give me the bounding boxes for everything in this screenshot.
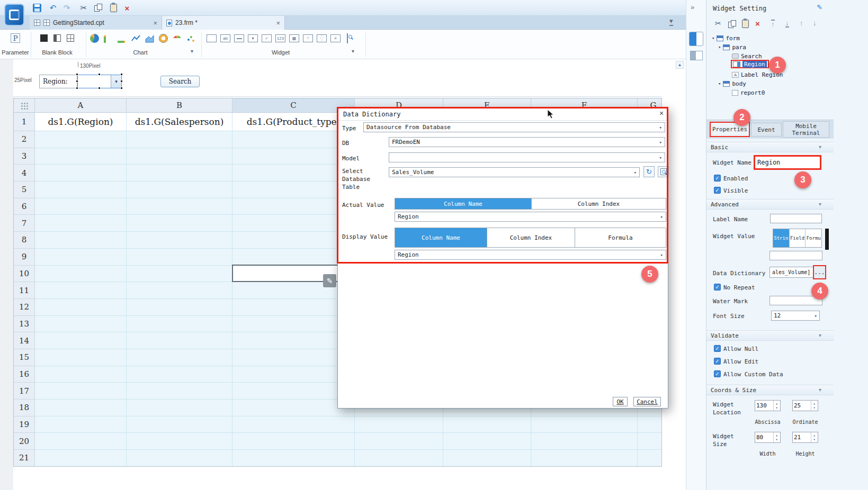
selection-handle[interactable]: [76, 80, 78, 83]
enabled-checkbox[interactable]: ✓: [714, 175, 721, 182]
button-widget-icon[interactable]: [234, 34, 244, 42]
cell-B5[interactable]: [127, 182, 232, 198]
cell-A14[interactable]: [35, 332, 127, 349]
display-column-name-option[interactable]: Column Name: [395, 228, 487, 247]
spinner-arrows-icon[interactable]: ▴▾: [811, 432, 817, 442]
cell-A9[interactable]: [35, 249, 127, 266]
actual-column-name-option[interactable]: Column Name: [395, 198, 531, 209]
row-header-4[interactable]: 4: [14, 165, 35, 182]
row-header-14[interactable]: 14: [14, 332, 35, 349]
cell-C4[interactable]: [232, 165, 355, 182]
checkbox-widget-icon[interactable]: ✓: [262, 34, 272, 42]
tree-item-form[interactable]: ▾ form: [712, 34, 740, 42]
widget-name-input[interactable]: Region: [754, 155, 821, 170]
bar-chart-icon[interactable]: [104, 34, 113, 43]
cell-B19[interactable]: [127, 416, 232, 433]
value-type-string-tab[interactable]: Strin: [773, 229, 789, 247]
column-header-B[interactable]: B: [127, 98, 232, 113]
no-repeat-checkbox[interactable]: ✓: [714, 284, 721, 291]
cell-F19[interactable]: [531, 416, 638, 433]
cell-B21[interactable]: [127, 450, 232, 467]
date-widget-icon[interactable]: ▦: [289, 34, 299, 42]
tab-mobile-terminal[interactable]: Mobile Terminal: [783, 121, 829, 138]
tree-item-search[interactable]: Search: [732, 52, 762, 60]
row-header-21[interactable]: 21: [14, 450, 35, 467]
cell-A5[interactable]: [35, 182, 127, 198]
location-y-stepper[interactable]: 25▴▾: [792, 400, 818, 411]
cell-C14[interactable]: [232, 332, 355, 349]
save-icon[interactable]: [31, 2, 43, 14]
selected-cell-c10[interactable]: [232, 265, 355, 282]
cell-C11[interactable]: [232, 282, 355, 299]
dialog-title-bar[interactable]: Data Dictionary ×: [338, 108, 668, 121]
row-header-15[interactable]: 15: [14, 349, 35, 366]
selection-handle[interactable]: [120, 87, 123, 89]
cell-A13[interactable]: [35, 316, 127, 333]
textfield-widget-icon[interactable]: [207, 34, 217, 42]
cell-D21[interactable]: [355, 450, 443, 467]
region-param-label-cell[interactable]: Region:: [39, 75, 77, 88]
dialog-close-icon[interactable]: ×: [656, 109, 667, 120]
cell-A3[interactable]: [35, 148, 127, 165]
cell-B6[interactable]: [127, 198, 232, 215]
cell-A16[interactable]: [35, 366, 127, 383]
selection-handle[interactable]: [98, 87, 101, 89]
section-validate[interactable]: Validate▾: [706, 330, 834, 341]
column-header-A[interactable]: A: [35, 98, 127, 113]
value-type-formula-tab[interactable]: Formu: [805, 229, 821, 247]
allow-custom-data-checkbox[interactable]: ✓: [714, 370, 721, 377]
tab-event[interactable]: Event: [751, 123, 782, 137]
tree-item-region-selected[interactable]: Region: [731, 60, 769, 68]
visible-checkbox[interactable]: ✓: [714, 187, 721, 194]
cell-B14[interactable]: [127, 332, 232, 349]
cell-E21[interactable]: [443, 450, 531, 467]
cell-G19[interactable]: [638, 416, 662, 433]
allow-null-checkbox[interactable]: ✓: [714, 345, 721, 352]
cell-D19[interactable]: [355, 416, 443, 433]
row-header-17[interactable]: 17: [14, 383, 35, 400]
collapse-chevron-icon[interactable]: ▾: [819, 387, 821, 393]
display-value-combo[interactable]: Region▾: [395, 250, 666, 260]
cell-C3[interactable]: [232, 148, 355, 165]
parameter-pane-icon[interactable]: P: [11, 33, 20, 43]
display-column-index-option[interactable]: Column Index: [487, 228, 575, 247]
cell-A19[interactable]: [35, 416, 127, 433]
layout-panel-icon[interactable]: [690, 51, 703, 60]
close-tab-icon[interactable]: ×: [153, 19, 157, 27]
blank-block-icon[interactable]: [40, 34, 48, 42]
section-basic[interactable]: Basic▾: [706, 142, 834, 152]
selection-handle[interactable]: [76, 87, 78, 89]
radio-group-widget-icon[interactable]: ⁘: [303, 34, 313, 42]
cell-A12[interactable]: [35, 299, 127, 316]
collapse-chevron-icon[interactable]: ▾: [819, 144, 821, 150]
cell-F20[interactable]: [531, 433, 638, 450]
move-up-icon[interactable]: ↑: [800, 20, 803, 26]
search-button[interactable]: Search: [160, 76, 200, 87]
tree-item-para[interactable]: ▾ para: [718, 43, 746, 51]
copy-icon[interactable]: [92, 2, 105, 14]
cell-C19[interactable]: [232, 416, 355, 433]
textarea-widget-icon[interactable]: ab: [220, 34, 230, 42]
collapse-chevron-icon[interactable]: ▾: [819, 201, 821, 207]
cancel-button[interactable]: Cancel: [633, 397, 661, 406]
cell-A18[interactable]: [35, 400, 127, 416]
canvas-scroll-up-icon[interactable]: ▲: [676, 61, 684, 69]
cell-A2[interactable]: [35, 131, 127, 148]
row-header-20[interactable]: 20: [14, 433, 35, 450]
delete-icon[interactable]: ×: [121, 2, 133, 14]
cell-G20[interactable]: [638, 433, 662, 450]
move-bottom-icon[interactable]: ↓: [785, 20, 789, 28]
cell-B17[interactable]: [127, 383, 232, 400]
selection-handle[interactable]: [120, 73, 123, 76]
tab-23frm-active[interactable]: 23.frm * ×: [162, 16, 285, 30]
move-top-icon[interactable]: ↑: [771, 20, 775, 28]
font-size-select[interactable]: 12▾: [771, 311, 820, 321]
cell-B15[interactable]: [127, 349, 232, 366]
row-header-18[interactable]: 18: [14, 400, 35, 416]
row-header-5[interactable]: 5: [14, 182, 35, 198]
cell-C20[interactable]: [232, 433, 355, 450]
data-dictionary-ellipsis-button[interactable]: ...: [813, 265, 826, 279]
cell-C13[interactable]: [232, 316, 355, 333]
widget-setting-panel-icon[interactable]: [689, 32, 703, 46]
data-dictionary-input[interactable]: ales_Volume]: [769, 267, 815, 278]
